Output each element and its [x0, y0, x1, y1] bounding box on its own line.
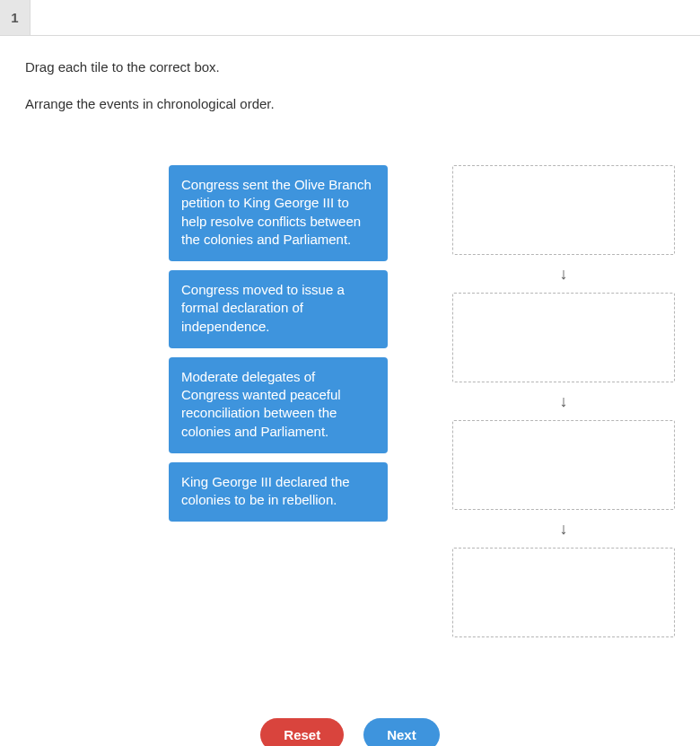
draggable-tile[interactable]: Congress moved to issue a formal declara…: [169, 270, 388, 348]
arrow-down-icon: ↓: [560, 266, 568, 282]
draggable-tile[interactable]: Congress sent the Olive Branch petition …: [169, 165, 388, 261]
question-number-tab[interactable]: 1: [0, 0, 31, 35]
instruction-secondary: Arrange the events in chronological orde…: [25, 96, 675, 111]
arrow-down-icon: ↓: [560, 521, 568, 537]
instruction-primary: Drag each tile to the correct box.: [25, 59, 675, 75]
draggable-tile[interactable]: Moderate delegates of Congress wanted pe…: [169, 357, 388, 453]
drop-slot-2[interactable]: [452, 293, 675, 382]
arrow-down-icon: ↓: [560, 393, 568, 409]
question-header: 1: [0, 0, 700, 36]
tile-source-area: Congress sent the Olive Branch petition …: [169, 165, 388, 637]
question-content: Drag each tile to the correct box. Arran…: [0, 36, 700, 746]
draggable-tile[interactable]: King George III declared the colonies to…: [169, 462, 388, 522]
reset-button[interactable]: Reset: [260, 718, 344, 746]
drag-drop-board: Congress sent the Olive Branch petition …: [25, 165, 675, 637]
drop-sequence-area: ↓ ↓ ↓: [452, 165, 675, 637]
next-button[interactable]: Next: [363, 718, 440, 746]
drop-slot-1[interactable]: [452, 165, 675, 255]
footer-controls: Reset Next: [25, 718, 675, 746]
drop-slot-3[interactable]: [452, 420, 675, 510]
drop-slot-4[interactable]: [452, 548, 675, 637]
